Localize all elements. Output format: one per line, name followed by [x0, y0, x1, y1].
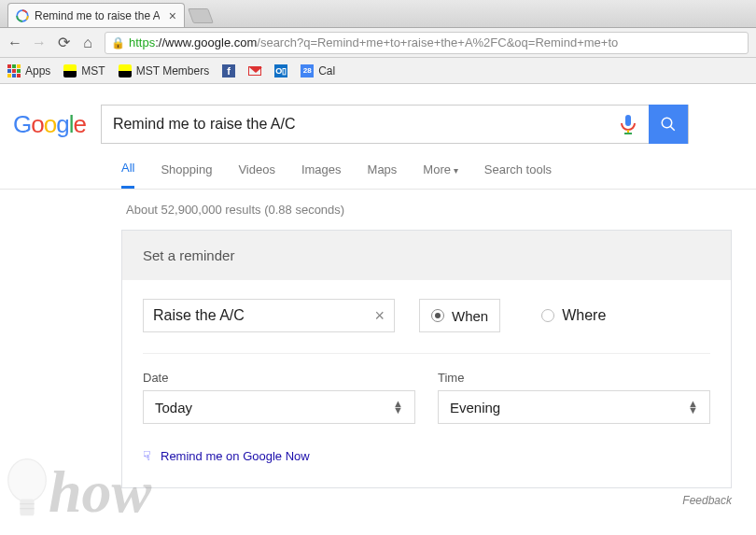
- radio-dot-icon: [541, 309, 554, 322]
- svg-point-4: [662, 118, 672, 128]
- date-label: Date: [143, 371, 415, 385]
- nav-search-tools[interactable]: Search tools: [484, 162, 552, 188]
- mst-members-bookmark[interactable]: MST Members: [119, 64, 209, 77]
- url-host: ://www.google.com: [155, 35, 257, 49]
- reminder-card: Set a reminder × When Where Date Today ▲…: [121, 230, 732, 488]
- close-tab-icon[interactable]: ×: [169, 8, 176, 23]
- back-button[interactable]: ←: [7, 35, 22, 51]
- address-bar[interactable]: 🔒 https://www.google.com/search?q=Remind…: [105, 32, 749, 54]
- search-box: [101, 105, 689, 144]
- nav-shopping[interactable]: Shopping: [161, 162, 212, 188]
- url-path: /search?q=Remind+me+to+raise+the+A%2FC&o…: [257, 35, 618, 49]
- facebook-bookmark[interactable]: f: [222, 64, 235, 77]
- calendar-icon: 28: [301, 64, 314, 77]
- radio-dot-icon: [431, 309, 444, 322]
- search-input[interactable]: [102, 116, 617, 133]
- google-now-link[interactable]: Remind me on Google Now: [161, 449, 310, 463]
- google-now-icon: ☟: [143, 448, 151, 463]
- gmail-bookmark[interactable]: [248, 66, 261, 76]
- mst-label: MST: [81, 64, 105, 77]
- date-value: Today: [155, 400, 192, 415]
- search-button[interactable]: [649, 105, 688, 144]
- date-select[interactable]: Today ▲▼: [143, 390, 415, 424]
- gmail-icon: [248, 66, 261, 76]
- home-button[interactable]: ⌂: [80, 35, 95, 51]
- url-scheme: https: [129, 35, 155, 49]
- nav-all[interactable]: All: [121, 161, 134, 189]
- time-select[interactable]: Evening ▲▼: [438, 390, 710, 424]
- apps-icon: [7, 64, 21, 77]
- facebook-icon: f: [222, 64, 235, 77]
- new-tab-button[interactable]: [188, 8, 214, 23]
- google-logo[interactable]: Google: [13, 110, 86, 139]
- clear-icon[interactable]: ×: [374, 306, 385, 326]
- forward-button: →: [32, 35, 47, 51]
- nav-videos[interactable]: Videos: [238, 162, 275, 188]
- apps-bookmark[interactable]: Apps: [7, 64, 50, 77]
- browser-toolbar: ← → ⟳ ⌂ 🔒 https://www.google.com/search?…: [0, 28, 756, 58]
- when-label: When: [452, 308, 488, 324]
- nav-maps[interactable]: Maps: [368, 162, 398, 188]
- google-favicon: [16, 9, 29, 22]
- mic-icon[interactable]: [617, 113, 639, 135]
- browser-tab-strip: Remind me to raise the A/ ×: [0, 0, 756, 28]
- reminder-text-field[interactable]: ×: [143, 299, 395, 332]
- lock-icon: 🔒: [111, 36, 125, 49]
- time-value: Evening: [450, 400, 500, 415]
- calendar-bookmark[interactable]: 28Cal: [301, 64, 335, 77]
- svg-rect-1: [625, 115, 631, 126]
- search-icon: [660, 116, 677, 133]
- search-nav: All Shopping Videos Images Maps More Sea…: [0, 144, 756, 190]
- where-label: Where: [562, 307, 606, 324]
- outlook-icon: O▯: [274, 64, 287, 77]
- result-stats: About 52,900,000 results (0.88 seconds): [0, 190, 756, 230]
- reminder-card-header: Set a reminder: [122, 231, 731, 280]
- reload-button[interactable]: ⟳: [56, 34, 71, 51]
- when-radio[interactable]: When: [419, 299, 500, 332]
- mst-icon: [63, 64, 77, 77]
- divider: [143, 353, 710, 354]
- stepper-icon: ▲▼: [688, 401, 698, 414]
- tab-title: Remind me to raise the A/: [35, 9, 160, 22]
- time-label: Time: [438, 371, 710, 385]
- calendar-label: Cal: [318, 64, 335, 77]
- mst-icon: [119, 64, 132, 77]
- mst-members-label: MST Members: [136, 64, 209, 77]
- nav-images[interactable]: Images: [301, 162, 342, 188]
- mst-bookmark[interactable]: MST: [63, 64, 105, 77]
- google-header: Google: [0, 84, 756, 144]
- nav-more[interactable]: More: [423, 162, 457, 188]
- where-radio[interactable]: Where: [541, 299, 606, 332]
- browser-tab[interactable]: Remind me to raise the A/ ×: [7, 3, 185, 27]
- apps-label: Apps: [25, 64, 50, 77]
- reminder-text-input[interactable]: [153, 307, 374, 324]
- stepper-icon: ▲▼: [393, 401, 403, 414]
- feedback-link[interactable]: Feedback: [0, 488, 756, 507]
- svg-line-5: [670, 126, 675, 131]
- outlook-bookmark[interactable]: O▯: [274, 64, 287, 77]
- bookmark-bar: Apps MST MST Members f O▯ 28Cal: [0, 58, 756, 84]
